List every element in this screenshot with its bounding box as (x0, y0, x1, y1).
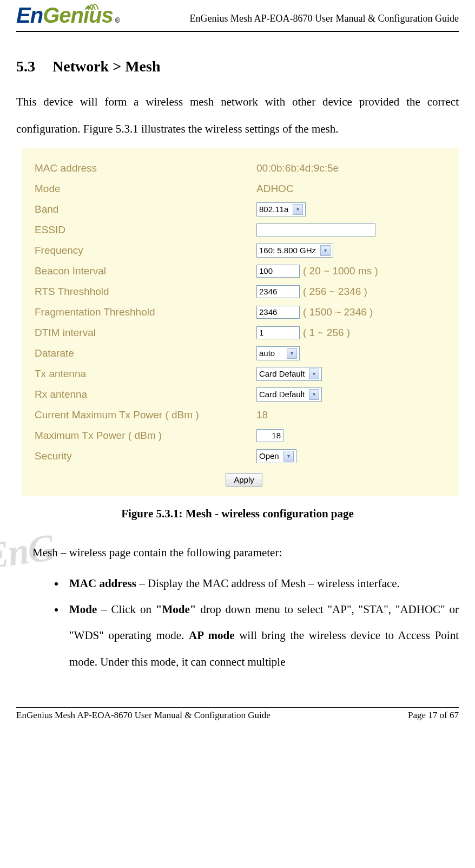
band-select-value: 802.11a (259, 205, 288, 214)
chevron-down-icon: ▾ (287, 348, 297, 359)
datarate-label: Datarate (35, 347, 256, 359)
chevron-down-icon: ▾ (320, 245, 331, 256)
footer-right: Page 17 of 67 (408, 710, 459, 721)
param-mode-term: Mode (69, 603, 97, 616)
mesh-config-figure: MAC address 00:0b:6b:4d:9c:5e Mode ADHOC… (22, 148, 459, 496)
essid-label: ESSID (35, 224, 256, 236)
footer-left: EnGenius Mesh AP-EOA-8670 User Manual & … (16, 710, 271, 721)
section-heading: 5.3Network > Mesh (16, 58, 459, 75)
param-mac-address-term: MAC address (69, 577, 136, 590)
beacon-interval-hint: ( 20 ~ 1000 ms ) (303, 265, 378, 277)
mode-value: ADHOC (256, 183, 294, 195)
beacon-interval-label: Beacon Interval (35, 265, 256, 277)
frequency-select[interactable]: 160: 5.800 GHz▾ (256, 244, 333, 258)
signal-wave-icon (84, 1, 98, 11)
dtim-interval-input[interactable] (256, 326, 300, 339)
datarate-select[interactable]: auto▾ (256, 346, 300, 360)
mode-label: Mode (35, 183, 256, 195)
current-max-tx-power-value: 18 (256, 409, 268, 421)
beacon-interval-input[interactable] (256, 265, 300, 278)
mac-address-label: MAC address (35, 162, 256, 174)
param-mode: Mode – Click on "Mode" drop down menu to… (65, 596, 459, 675)
tx-antenna-select-value: Card Default (259, 369, 305, 378)
rts-threshold-label: RTS Threshhold (35, 286, 256, 298)
max-tx-power-label: Maximum Tx Power ( dBm ) (35, 430, 256, 442)
band-select[interactable]: 802.11a▾ (256, 202, 306, 216)
current-max-tx-power-label: Current Maximum Tx Power ( dBm ) (35, 409, 256, 421)
param-mode-bold3: AP mode (189, 629, 234, 642)
section-number: 5.3 (16, 58, 35, 75)
intro-paragraph: This device will form a wireless mesh ne… (16, 88, 459, 143)
page-header: EnGenius® EnGenius Mesh AP-EOA-8670 User… (16, 0, 459, 32)
figure-caption: Figure 5.3.1: Mesh - wireless configurat… (16, 507, 459, 521)
mac-address-value: 00:0b:6b:4d:9c:5e (256, 162, 339, 174)
frag-threshold-label: Fragmentation Threshhold (35, 306, 256, 318)
param-mode-bold2: "Mode" (156, 603, 196, 616)
rx-antenna-select-value: Card Default (259, 390, 305, 399)
rts-threshold-input[interactable] (256, 285, 300, 298)
logo-text-en: En (16, 3, 43, 28)
band-label: Band (35, 203, 256, 215)
logo-registered-mark: ® (115, 17, 120, 24)
chevron-down-icon: ▾ (283, 451, 294, 462)
essid-input[interactable] (256, 223, 375, 236)
parameters-intro: Mesh – wireless page contain the followi… (32, 542, 459, 564)
rx-antenna-select[interactable]: Card Default▾ (256, 387, 322, 402)
logo-text-genius: Genius (43, 3, 113, 28)
frag-threshold-input[interactable] (256, 306, 300, 319)
security-label: Security (35, 450, 256, 462)
security-select-value: Open (259, 451, 279, 461)
chevron-down-icon: ▾ (293, 204, 303, 215)
apply-button[interactable]: Apply (226, 473, 262, 486)
brand-logo: EnGenius® (16, 3, 120, 28)
dtim-interval-hint: ( 1 ~ 256 ) (303, 327, 350, 339)
rts-threshold-hint: ( 256 ~ 2346 ) (303, 286, 367, 298)
rx-antenna-label: Rx antenna (35, 389, 256, 400)
tx-antenna-label: Tx antenna (35, 368, 256, 380)
param-mac-address-desc: – Display the MAC address of Mesh – wire… (136, 577, 400, 590)
frequency-select-value: 160: 5.800 GHz (259, 246, 316, 255)
chevron-down-icon: ▾ (309, 369, 319, 379)
datarate-select-value: auto (259, 348, 275, 358)
tx-antenna-select[interactable]: Card Default▾ (256, 367, 322, 381)
dtim-interval-label: DTIM interval (35, 327, 256, 339)
max-tx-power-input[interactable] (256, 429, 283, 442)
frag-threshold-hint: ( 1500 ~ 2346 ) (303, 306, 373, 318)
param-mac-address: MAC address – Display the MAC address of… (65, 570, 459, 596)
param-mode-text1: – Click on (97, 603, 155, 616)
section-title: Network > Mesh (52, 58, 160, 75)
header-title: EnGenius Mesh AP-EOA-8670 User Manual & … (190, 13, 459, 28)
chevron-down-icon: ▾ (309, 389, 319, 400)
security-select[interactable]: Open▾ (256, 449, 296, 463)
parameter-list: MAC address – Display the MAC address of… (43, 570, 459, 675)
page-footer: EnGenius Mesh AP-EOA-8670 User Manual & … (16, 707, 459, 723)
frequency-label: Frequency (35, 245, 256, 257)
